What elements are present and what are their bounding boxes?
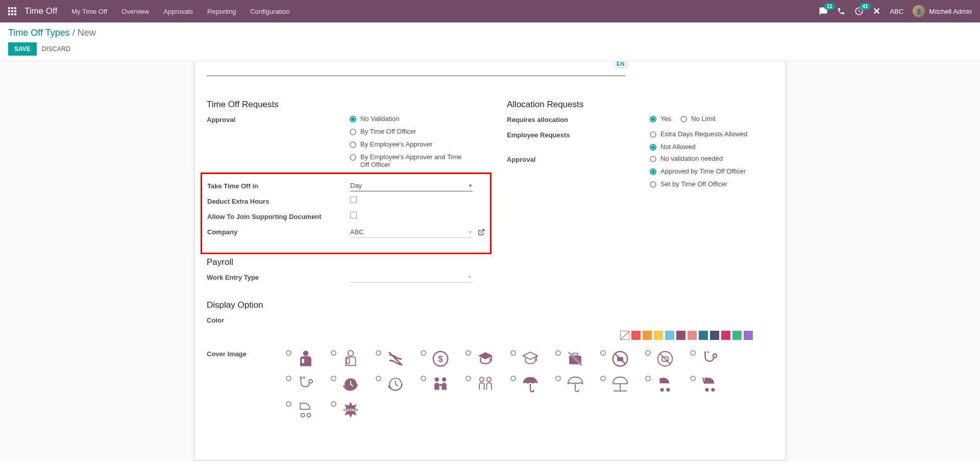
company-select[interactable]: ABC▼: [350, 228, 473, 238]
svg-point-43: [301, 413, 305, 417]
svg-line-18: [659, 353, 670, 364]
close-icon[interactable]: ✕: [873, 6, 880, 17]
caret-down-icon: ▼: [468, 183, 473, 188]
section-requests: Time Off Requests: [207, 100, 486, 110]
svg-point-1: [303, 351, 309, 356]
cover-radio[interactable]: [286, 401, 291, 407]
save-button[interactable]: SAVE: [8, 42, 37, 56]
svg-point-3: [348, 351, 354, 356]
color-swatch[interactable]: [744, 331, 753, 340]
color-swatch[interactable]: [688, 331, 697, 340]
breadcrumb: Time Off Types / New: [8, 28, 972, 38]
color-swatch[interactable]: [710, 331, 719, 340]
svg-point-30: [442, 377, 446, 381]
cover-radio[interactable]: [510, 376, 516, 381]
family-outline-icon: [474, 375, 497, 394]
cover-radio[interactable]: [690, 350, 696, 356]
cover-radio[interactable]: [421, 350, 426, 356]
svg-point-21: [707, 351, 709, 353]
form-sheet: EN Time Off Requests Approval No Validat…: [194, 61, 786, 461]
clock-rotate-outline-icon: [384, 375, 407, 394]
section-payroll: Payroll: [207, 257, 486, 267]
cover-radio[interactable]: [690, 376, 696, 381]
form-scroll[interactable]: EN Time Off Requests Approval No Validat…: [0, 61, 980, 461]
user-menu[interactable]: 👤 Mitchell Admin: [913, 5, 972, 17]
highlight-box: Take Time Off in Day▼ Deduct Extra Hours…: [201, 173, 492, 254]
cover-radio[interactable]: [376, 376, 381, 381]
no-money-icon: [384, 349, 407, 368]
left-column: Time Off Requests Approval No Validation…: [207, 90, 486, 288]
lang-pill[interactable]: EN: [614, 61, 627, 68]
username: Mitchell Admin: [929, 8, 972, 15]
cover-radio[interactable]: [555, 376, 561, 381]
nav-my-time-off[interactable]: My Time Off: [71, 8, 107, 15]
cover-radio[interactable]: [421, 376, 426, 381]
radio-nolimit[interactable]: [680, 116, 687, 122]
nav-approvals[interactable]: Approvals: [163, 8, 193, 15]
cover-radio[interactable]: [331, 401, 336, 407]
cover-radio[interactable]: [600, 376, 606, 381]
color-swatch[interactable]: [665, 331, 674, 340]
color-swatch[interactable]: [654, 331, 663, 340]
cover-radio[interactable]: [465, 350, 471, 356]
svg-point-44: [307, 413, 310, 417]
unit-select[interactable]: Day▼: [350, 181, 473, 191]
radio-extra-days[interactable]: [650, 131, 656, 138]
deduct-checkbox[interactable]: [350, 196, 357, 203]
stroller-outline-icon: [295, 400, 317, 420]
color-swatch[interactable]: [631, 331, 641, 340]
breadcrumb-root[interactable]: Time Off Types: [8, 28, 70, 38]
umbrella-icon: [519, 375, 542, 394]
cover-radio[interactable]: [286, 376, 291, 381]
label-cover: Cover Image: [207, 349, 286, 358]
phone-icon[interactable]: [837, 7, 845, 15]
nav-overview[interactable]: Overview: [121, 8, 149, 15]
support-checkbox[interactable]: [350, 212, 357, 218]
extra-burst-icon: EXTRA: [339, 400, 362, 420]
color-swatch[interactable]: [721, 331, 730, 340]
cover-radio[interactable]: [376, 350, 381, 356]
nav-configuration[interactable]: Configuration: [250, 8, 289, 15]
radio-yes[interactable]: [650, 116, 656, 122]
external-link-icon[interactable]: [478, 229, 485, 237]
color-swatch[interactable]: [643, 331, 652, 340]
activities-icon[interactable]: 41: [854, 7, 864, 16]
svg-point-29: [435, 377, 439, 381]
company-switcher[interactable]: ABC: [890, 8, 903, 15]
color-swatch[interactable]: [732, 331, 742, 340]
app-title[interactable]: Time Off: [24, 6, 57, 16]
svg-rect-4: [347, 358, 350, 364]
messages-icon[interactable]: 11: [819, 7, 828, 16]
color-swatch[interactable]: [676, 331, 685, 340]
radio-set-officer[interactable]: [650, 181, 656, 188]
cover-radio[interactable]: [555, 350, 561, 356]
title-input-line[interactable]: [207, 76, 625, 76]
radio-officer[interactable]: [350, 129, 356, 135]
radio-no-validation-needed[interactable]: [650, 156, 656, 162]
label-deduct: Deduct Extra Hours: [207, 196, 350, 208]
radio-no-validation[interactable]: [350, 116, 356, 122]
cover-radio[interactable]: [645, 376, 651, 381]
radio-both[interactable]: [350, 154, 356, 161]
cover-radio[interactable]: [286, 350, 291, 356]
cover-radio[interactable]: [465, 376, 471, 381]
svg-point-33: [487, 377, 491, 381]
radio-approved-officer[interactable]: [650, 168, 656, 175]
cover-radio[interactable]: [600, 350, 606, 356]
cover-radio[interactable]: [331, 350, 336, 356]
cover-radio[interactable]: [510, 350, 516, 356]
apps-icon[interactable]: [8, 7, 16, 15]
cover-radio[interactable]: [645, 350, 651, 356]
dollar-circle-icon: $: [429, 349, 452, 368]
color-none[interactable]: [620, 331, 629, 340]
radio-not-allowed[interactable]: [650, 144, 656, 151]
svg-point-42: [711, 388, 715, 391]
color-swatch[interactable]: [699, 331, 708, 340]
cover-radio[interactable]: [331, 376, 336, 381]
svg-line-15: [615, 353, 625, 364]
messages-badge: 11: [824, 3, 835, 10]
discard-button[interactable]: DISCARD: [42, 45, 70, 53]
nav-reporting[interactable]: Reporting: [207, 8, 236, 15]
work-entry-select[interactable]: ▼: [350, 273, 472, 283]
radio-approver[interactable]: [350, 141, 356, 148]
